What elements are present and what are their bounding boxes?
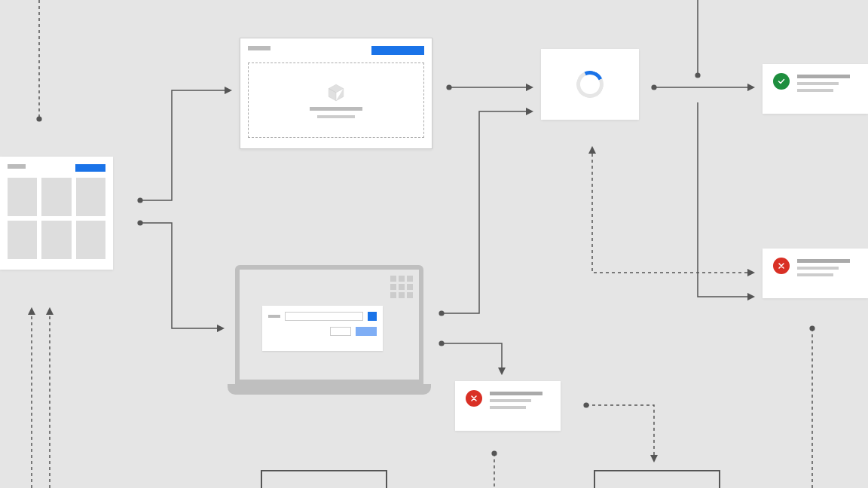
input-addon [368,312,377,321]
package-icon [326,83,346,102]
error-result-card [763,249,868,298]
placeholder-line [8,164,26,169]
primary-action-bar [75,164,105,172]
upload-dropzone-screen [240,38,432,149]
primary-button-placeholder [356,327,377,336]
placeholder-frame [261,470,387,488]
text-input-placeholder [285,312,363,321]
laptop-screen [235,265,423,384]
placeholder-frame [594,470,720,488]
thumbnail-grid [8,178,105,259]
secondary-button-placeholder [330,327,351,336]
error-result-card [455,381,561,431]
flow-connectors [0,0,868,488]
placeholder-line [248,46,270,50]
success-result-card [763,64,868,114]
x-circle-icon [466,390,482,407]
grid-selection-screen [0,157,113,270]
spinner-icon [573,67,607,102]
check-circle-icon [773,73,790,90]
form-dialog [262,306,383,351]
dropzone [248,63,424,138]
primary-action-bar [371,46,424,55]
loading-screen [541,49,639,120]
laptop-device [228,265,431,401]
x-circle-icon [773,258,790,274]
